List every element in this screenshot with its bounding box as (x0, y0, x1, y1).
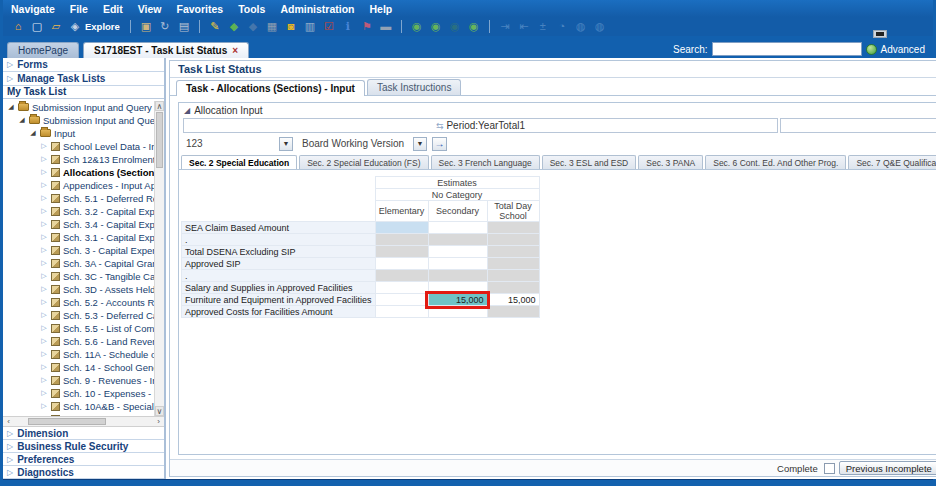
section-tab-sec-3-esl-and-esd[interactable]: Sec. 3 ESL and ESD (542, 155, 637, 169)
collapsed-node-icon[interactable]: ▷ (40, 311, 48, 319)
close-tab-icon[interactable]: × (232, 45, 238, 56)
process-flag-icon[interactable]: ⚑ (360, 20, 374, 34)
expanded-node-icon[interactable]: ◢ (7, 103, 15, 111)
tree-scroll-thumb[interactable] (156, 112, 163, 168)
tab-task-instructions[interactable]: Task Instructions (367, 79, 461, 95)
menu-item-view[interactable]: View (138, 3, 162, 15)
rules-console-icon[interactable]: ◉ (467, 20, 481, 34)
grid-cell[interactable] (375, 306, 428, 318)
sidebar-section-forms[interactable]: ▷Forms (3, 58, 164, 72)
tree-item[interactable]: ▷Allocations (Sections) - Input (3, 166, 164, 179)
sidebar-section-business-rule-security[interactable]: ▷Business Rule Security (3, 440, 164, 453)
grid-cell[interactable] (487, 282, 539, 294)
tree-scroll-down-icon[interactable]: ∨ (155, 406, 164, 416)
tree-item[interactable]: ▷Sch. 3.4 - Capital Expenditures Det (3, 218, 164, 231)
tree-item[interactable]: ▷Sch. 11A - Schedule of Tax Revenu (3, 348, 164, 361)
collapsed-node-icon[interactable]: ▷ (40, 246, 48, 254)
grid-cell[interactable] (487, 234, 539, 246)
grid-cell[interactable] (487, 258, 539, 270)
collapsed-node-icon[interactable]: ▷ (40, 272, 48, 280)
tree-item[interactable]: ▷Sch. 10 - Expenses - Input (3, 387, 164, 400)
menu-item-tools[interactable]: Tools (238, 3, 265, 15)
menu-item-favorites[interactable]: Favorites (176, 3, 223, 15)
collapsed-node-icon[interactable]: ▷ (40, 350, 48, 358)
tab-task-allocations-sections-input[interactable]: Task - Allocations (Sections) - Input (176, 80, 365, 96)
button-previous-incomplete[interactable]: Previous Incomplete (839, 461, 936, 475)
explore-label[interactable]: Explore (85, 21, 120, 32)
tree-item[interactable]: ▷Sch. 5.5 - List of Committed Capital (3, 322, 164, 335)
section-tab-sec-2-special-education-fs-[interactable]: Sec. 2 Special Education (FS) (299, 155, 428, 169)
tree-item[interactable]: ▷Sch. 3.1 - Capital Expenditures - M (3, 231, 164, 244)
approve-icon[interactable]: ◆ (227, 20, 241, 34)
edit-icon[interactable]: ✎ (208, 20, 222, 34)
collapsed-node-icon[interactable]: ▷ (40, 389, 48, 397)
collapsed-node-icon[interactable]: ▷ (40, 168, 48, 176)
info-icon[interactable]: ℹ (341, 20, 355, 34)
page-combo-dropdown-icon[interactable]: ▼ (279, 137, 293, 151)
collapsed-node-icon[interactable]: ▷ (40, 363, 48, 371)
search-input[interactable] (712, 42, 862, 56)
print-icon[interactable]: ▤ (177, 20, 191, 34)
section-tab-sec-7-q-e-qualification-sys-[interactable]: Sec. 7 Q&E Qualification Sys. (848, 155, 936, 169)
expanded-node-icon[interactable]: ◢ (29, 129, 37, 137)
home-icon[interactable]: ⌂ (11, 20, 25, 34)
tree-item[interactable]: ▷Sch. 3D - Assets Held for Sale - Inp (3, 283, 164, 296)
tree-item[interactable]: ▷Sch. 5.3 - Deferred Capital Contribu (3, 309, 164, 322)
tree-item[interactable]: ▷Sch. 14 - School Generated Funds - (3, 361, 164, 374)
section-tab-sec-6-cont-ed-and-other-prog-[interactable]: Sec. 6 Cont. Ed. And Other Prog. (705, 155, 846, 169)
copy-version-icon[interactable]: ▥ (303, 20, 317, 34)
grid-cell[interactable] (428, 282, 487, 294)
grid-cell[interactable] (375, 246, 428, 258)
menu-item-navigate[interactable]: Navigate (11, 3, 55, 15)
tree-item[interactable]: ▷School Level Data - Input (3, 140, 164, 153)
lock-icon[interactable]: ◙ (284, 20, 298, 34)
tree-scroll-right-icon[interactable]: › (153, 417, 164, 426)
collapsed-node-icon[interactable]: ▷ (40, 285, 48, 293)
menu-item-help[interactable]: Help (369, 3, 392, 15)
menu-item-file[interactable]: File (70, 3, 88, 15)
grid-cell[interactable] (375, 222, 428, 234)
tree-item[interactable]: ▷Sch. 3A - Capital Grants Funding - I (3, 257, 164, 270)
grid-cell[interactable]: 15,000 (487, 294, 539, 306)
collapsed-node-icon[interactable]: ▷ (40, 376, 48, 384)
grid-cell[interactable] (487, 222, 539, 234)
grid-cell[interactable] (428, 246, 487, 258)
rules-launch-icon[interactable]: ◉ (410, 20, 424, 34)
collapsed-node-icon[interactable]: ▷ (40, 207, 48, 215)
collapsed-node-icon[interactable]: ▷ (40, 155, 48, 163)
sidebar-section-manage-task-lists[interactable]: ▷Manage Task Lists (3, 72, 164, 86)
tree-item[interactable]: ▷Sch. 10G - Supplementary Informat (3, 413, 164, 416)
version-combo[interactable]: Board Working Version ▼ (299, 136, 427, 151)
grid-cell[interactable] (428, 270, 487, 282)
grid-cell[interactable] (428, 258, 487, 270)
grid-cell[interactable] (428, 306, 487, 318)
section-collapse-icon[interactable]: ◢ (184, 106, 190, 115)
collapsed-node-icon[interactable]: ▷ (40, 298, 48, 306)
grid-cell[interactable] (375, 270, 428, 282)
section-tab-sec-2-special-education[interactable]: Sec. 2 Special Education (181, 155, 297, 169)
document-tab-home[interactable]: HomePage (7, 42, 79, 58)
tree-item[interactable]: ▷Sch. 3.2 - Capital Expenditures - Ca (3, 205, 164, 218)
version-combo-dropdown-icon[interactable]: ▼ (413, 137, 427, 151)
explore-icon[interactable]: ◈ (68, 20, 82, 34)
collapsed-node-icon[interactable]: ▷ (40, 181, 48, 189)
sidebar-section-my-task-list[interactable]: My Task List (3, 86, 164, 99)
tree-item[interactable]: ▷Sch. 10A&B - Special Education Exp (3, 400, 164, 413)
paste-icon[interactable]: ▣ (139, 20, 153, 34)
grid-cell[interactable] (428, 222, 487, 234)
pov-period[interactable]: ⇆ Period:YearTotal1 (183, 118, 778, 133)
collapsed-node-icon[interactable]: ▷ (40, 142, 48, 150)
console-icon[interactable]: ▬ (379, 20, 393, 34)
sidebar-section-diagnostics[interactable]: ▷Diagnostics (3, 466, 164, 479)
collapsed-node-icon[interactable]: ▷ (40, 259, 48, 267)
document-tab-active[interactable]: S1718EST - Task List Status× (83, 42, 249, 58)
advanced-search-link[interactable]: Advanced (881, 44, 925, 55)
tree-vertical-scrollbar[interactable]: ∧ ∨ (154, 101, 164, 416)
expanded-node-icon[interactable]: ◢ (18, 116, 26, 124)
tree-hscroll-thumb[interactable] (28, 418, 106, 425)
menu-item-edit[interactable]: Edit (103, 3, 123, 15)
refresh-icon[interactable]: ↻ (158, 20, 172, 34)
rules-runtime-icon[interactable]: ◉ (429, 20, 443, 34)
grid-cell[interactable] (375, 282, 428, 294)
grid-cell[interactable] (428, 234, 487, 246)
